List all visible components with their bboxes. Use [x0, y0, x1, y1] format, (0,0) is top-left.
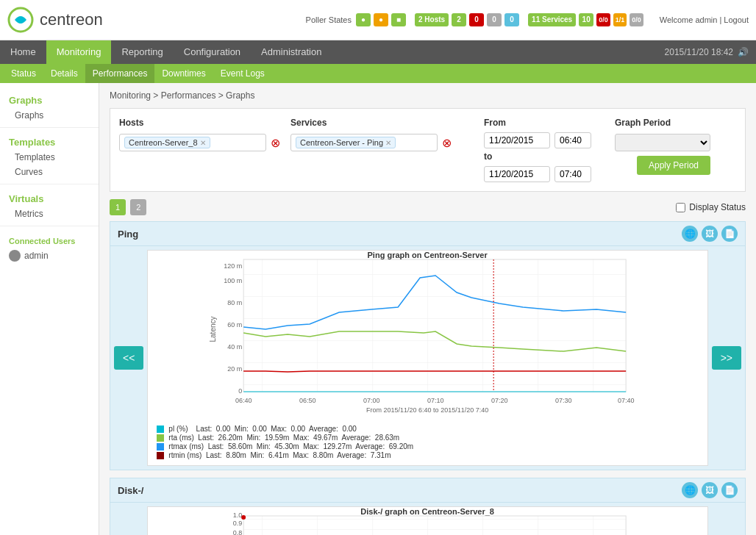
- disk-graph-title: Disk-/: [118, 485, 143, 496]
- services-status: 11 Services 10 0/0 1/1 0/0: [528, 13, 643, 26]
- sidebar-item-metrics[interactable]: Metrics: [0, 207, 99, 221]
- hosts-count-1: 0: [469, 13, 484, 26]
- svg-text:06:50: 06:50: [299, 397, 316, 404]
- ping-graph-body: << Ping graph on Centreon-Server: [110, 246, 745, 470]
- ping-graph-header: Ping 🌐 🖼 📄: [110, 222, 745, 246]
- period-col: Graph Period Last Hour Last 3 Hours Last…: [615, 118, 710, 182]
- services-input[interactable]: Centreon-Server - Ping ✕: [290, 134, 438, 151]
- ping-prev-btn[interactable]: <<: [114, 346, 143, 370]
- from-label: From: [484, 118, 591, 128]
- sidebar-divider-1: [0, 127, 99, 128]
- disk-img-btn[interactable]: 🖼: [702, 482, 718, 498]
- disk-graph-header: Disk-/ 🌐 🖼 📄: [110, 478, 745, 503]
- poller-badge-orange: ●: [374, 13, 388, 26]
- page-btn-2[interactable]: 2: [130, 199, 146, 215]
- nav-administration[interactable]: Administration: [251, 40, 332, 64]
- ping-graph-actions: 🌐 🖼 📄: [682, 226, 738, 242]
- from-time-input[interactable]: [554, 132, 591, 148]
- datetime-text: 2015/11/20 18:42: [665, 47, 733, 57]
- svg-text:07:30: 07:30: [555, 397, 572, 404]
- subnav-eventlogs[interactable]: Event Logs: [213, 64, 272, 83]
- hosts-input[interactable]: Centreon-Server_8 ✕: [119, 134, 266, 151]
- hosts-label-badge: 2 Hosts: [415, 13, 449, 26]
- nav-monitoring[interactable]: Monitoring: [46, 40, 112, 64]
- sidebar-item-templates[interactable]: Templates: [0, 150, 99, 165]
- ping-globe-btn[interactable]: 🌐: [682, 226, 698, 242]
- services-count-3: 0/0: [630, 13, 643, 26]
- hosts-clear-btn[interactable]: ⊗: [269, 134, 282, 151]
- to-date-input[interactable]: [484, 166, 550, 182]
- svg-text:20 m: 20 m: [227, 365, 242, 373]
- services-col: Services Centreon-Server - Ping ✕ ⊗: [290, 118, 453, 182]
- display-status-label: Display Status: [689, 202, 746, 212]
- poller-badge-green2: ■: [391, 13, 406, 26]
- hosts-label: Hosts: [119, 118, 282, 128]
- hosts-col: Hosts Centreon-Server_8 ✕ ⊗: [119, 118, 282, 182]
- ping-img-btn[interactable]: 🖼: [702, 226, 718, 242]
- sidebar-templates-title[interactable]: Templates: [0, 132, 99, 150]
- ping-pdf-btn[interactable]: 📄: [721, 226, 738, 242]
- disk-globe-btn[interactable]: 🌐: [682, 482, 698, 498]
- svg-point-41: [242, 515, 246, 520]
- services-label-badge: 11 Services: [528, 13, 576, 26]
- display-status-checkbox[interactable]: [676, 203, 685, 212]
- subnav-details[interactable]: Details: [43, 64, 85, 83]
- ping-legend-pl: pl (%) Last: 0.00 Min: 0.00 Max: 0.00 Av…: [157, 425, 698, 433]
- sidebar-item-curves[interactable]: Curves: [0, 165, 99, 179]
- services-count-0: 10: [579, 13, 593, 26]
- subnav-performances[interactable]: Performances: [85, 64, 155, 83]
- logo-text: centreon: [40, 10, 103, 29]
- svg-text:60 m: 60 m: [227, 321, 242, 328]
- nav-home[interactable]: Home: [0, 40, 46, 64]
- svg-text:Disk-/ graph on Centreon-Serve: Disk-/ graph on Centreon-Server_8: [361, 509, 495, 516]
- svg-text:0.8: 0.8: [233, 529, 243, 535]
- hosts-count-2: 0: [487, 13, 502, 26]
- svg-text:From 2015/11/20 6:40 to 2015/1: From 2015/11/20 6:40 to 2015/11/20 7:40: [366, 406, 488, 414]
- sound-icon[interactable]: 🔊: [738, 47, 749, 57]
- welcome-text: Welcome admin | Logout: [660, 15, 749, 24]
- nav-reporting[interactable]: Reporting: [111, 40, 173, 64]
- sidebar-graphs-title[interactable]: Graphs: [0, 90, 99, 108]
- hosts-tag-remove[interactable]: ✕: [200, 139, 206, 147]
- breadcrumb: Monitoring > Performances > Graphs: [110, 90, 746, 101]
- ping-legend: pl (%) Last: 0.00 Min: 0.00 Max: 0.00 Av…: [149, 423, 705, 464]
- from-date-input[interactable]: [484, 132, 550, 148]
- rta-color: [157, 434, 164, 442]
- svg-text:100 m: 100 m: [224, 277, 242, 284]
- svg-text:07:00: 07:00: [363, 397, 380, 404]
- sidebar-username: admin: [24, 251, 49, 261]
- svg-text:80 m: 80 m: [227, 299, 242, 306]
- svg-text:07:20: 07:20: [491, 397, 508, 404]
- svg-rect-20: [244, 516, 627, 535]
- disk-pdf-btn[interactable]: 📄: [721, 482, 738, 498]
- services-label: Services: [290, 118, 453, 128]
- ping-legend-rta: rta (ms) Last: 26.20m Min: 19.59m Max: 4…: [157, 434, 698, 442]
- period-select[interactable]: Last Hour Last 3 Hours Last 6 Hours Last…: [615, 134, 710, 151]
- services-tag-remove[interactable]: ✕: [385, 139, 391, 147]
- services-clear-btn[interactable]: ⊗: [441, 134, 453, 151]
- sub-nav: Status Details Performances Downtimes Ev…: [0, 64, 756, 83]
- disk-graph-section: Disk-/ 🌐 🖼 📄 <<: [110, 478, 746, 535]
- apply-period-btn[interactable]: Apply Period: [637, 156, 710, 175]
- services-tag: Centreon-Server - Ping ✕: [296, 137, 396, 148]
- rtmax-color: [157, 443, 164, 450]
- display-status-control: Display Status: [676, 202, 746, 212]
- poller-states: Poller States ● ● ■: [306, 13, 406, 26]
- svg-text:Latency: Latency: [210, 316, 218, 342]
- page-btn-1[interactable]: 1: [110, 199, 126, 215]
- sidebar-virtuals-title[interactable]: Virtuals: [0, 189, 99, 207]
- ping-graph-title: Ping: [118, 229, 138, 240]
- hosts-tag: Centreon-Server_8 ✕: [124, 137, 210, 148]
- svg-text:07:10: 07:10: [427, 397, 444, 404]
- svg-text:07:40: 07:40: [618, 397, 635, 404]
- to-time-input[interactable]: [554, 166, 591, 182]
- nav-configuration[interactable]: Configuration: [174, 40, 251, 64]
- ping-legend-rtmax: rtmax (ms) Last: 58.60m Min: 45.30m Max:…: [157, 442, 698, 450]
- subnav-downtimes[interactable]: Downtimes: [154, 64, 213, 83]
- rtmax-label: rtmax (ms) Last: 58.60m Min: 45.30m Max:…: [168, 442, 413, 450]
- pl-color: [157, 426, 164, 433]
- sidebar-item-graphs[interactable]: Graphs: [0, 108, 99, 123]
- hosts-count-3: 0: [504, 13, 519, 26]
- subnav-status[interactable]: Status: [4, 64, 43, 83]
- ping-next-btn[interactable]: >>: [712, 346, 741, 370]
